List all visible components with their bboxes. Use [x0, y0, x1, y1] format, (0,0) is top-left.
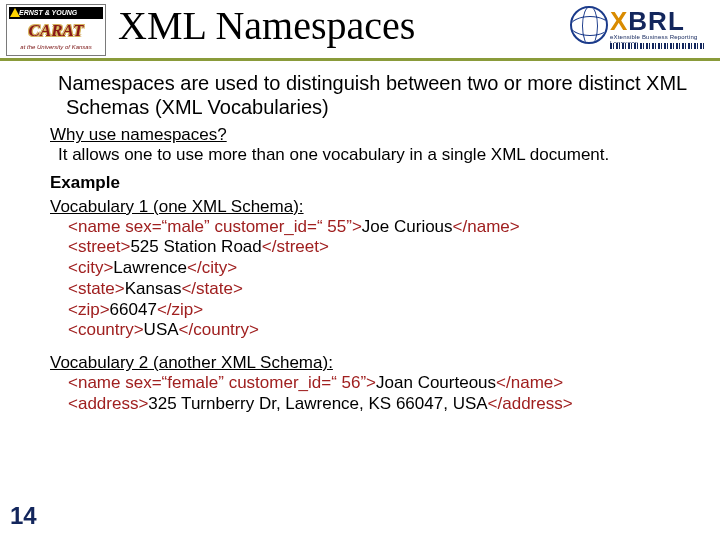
globe-icon	[570, 6, 608, 44]
code-line: <state>Kansas</state>	[68, 279, 700, 300]
code-line: <zip>66047</zip>	[68, 300, 700, 321]
carat-tagline: at the University of Kansas	[9, 42, 103, 53]
vocab2-code: <name sex=“female” customer_id=“ 56”>Joa…	[68, 373, 700, 414]
ey-brand: ERNST & YOUNG	[9, 7, 103, 19]
xbrl-logo: XBRL eXtensible Business Reporting Langu…	[570, 6, 710, 50]
ey-triangle-icon	[10, 8, 20, 17]
why-body: It allows one to use more than one vocab…	[50, 145, 700, 165]
ey-text: ERNST & YOUNG	[19, 9, 77, 16]
barcode-icon	[610, 43, 705, 49]
code-line: <street>525 Station Road</street>	[68, 237, 700, 258]
slide-number: 14	[10, 502, 37, 530]
code-line: <city>Lawrence</city>	[68, 258, 700, 279]
code-line: <country>USA</country>	[68, 320, 700, 341]
why-heading: Why use namespaces?	[50, 125, 700, 145]
vocab1-heading: Vocabulary 1 (one XML Schema):	[50, 197, 700, 217]
slide: ERNST & YOUNG CARAT at the University of…	[0, 0, 720, 540]
carat-logo: ERNST & YOUNG CARAT at the University of…	[6, 4, 106, 56]
slide-title: XML Namespaces	[118, 2, 415, 49]
code-line: <name sex=“female” customer_id=“ 56”>Joa…	[68, 373, 700, 394]
slide-body: Namespaces are used to distinguish betwe…	[50, 72, 700, 415]
vocab2-heading: Vocabulary 2 (another XML Schema):	[50, 353, 700, 373]
divider	[0, 58, 720, 61]
carat-text: CARAT	[9, 20, 103, 41]
code-line: <address>325 Turnberry Dr, Lawrence, KS …	[68, 394, 700, 415]
example-label: Example	[50, 173, 700, 193]
xbrl-text: XBRL	[610, 6, 685, 37]
vocab1-code: <name sex=“male” customer_id=“ 55”>Joe C…	[68, 217, 700, 341]
code-line: <name sex=“male” customer_id=“ 55”>Joe C…	[68, 217, 700, 238]
intro-text: Namespaces are used to distinguish betwe…	[50, 72, 700, 119]
